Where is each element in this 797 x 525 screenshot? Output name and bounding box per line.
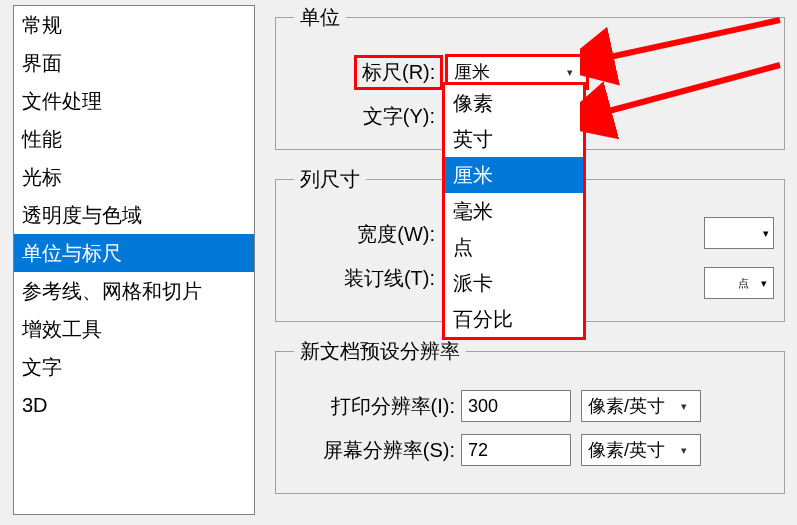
- print-resolution-label: 打印分辨率(I):: [286, 393, 461, 420]
- sidebar-item-performance[interactable]: 性能: [14, 120, 254, 158]
- chevron-down-icon: ▾: [558, 57, 582, 87]
- sidebar-item-general[interactable]: 常规: [14, 6, 254, 44]
- preferences-sidebar: 常规 界面 文件处理 性能 光标 透明度与色域 单位与标尺 参考线、网格和切片 …: [13, 5, 255, 515]
- ruler-label: 标尺(R):: [356, 57, 441, 88]
- sidebar-item-file-handling[interactable]: 文件处理: [14, 82, 254, 120]
- units-legend: 单位: [294, 4, 346, 31]
- column-width-label: 宽度(W):: [286, 221, 441, 248]
- column-size-legend: 列尺寸: [294, 166, 366, 193]
- sidebar-item-type[interactable]: 文字: [14, 348, 254, 386]
- chevron-down-icon: ▾: [672, 435, 696, 465]
- dropdown-option-mm[interactable]: 毫米: [445, 193, 583, 229]
- new-doc-resolution-group: 新文档预设分辨率 打印分辨率(I): 300 像素/英寸 ▾ 屏幕分辨率(S):…: [275, 338, 785, 494]
- gutter-unit-select[interactable]: 点 ▾: [704, 267, 774, 299]
- gutter-label: 装订线(T):: [286, 265, 441, 292]
- ruler-units-value: 厘米: [454, 60, 490, 84]
- text-units-label: 文字(Y):: [286, 103, 441, 130]
- sidebar-item-interface[interactable]: 界面: [14, 44, 254, 82]
- print-resolution-unit-select[interactable]: 像素/英寸 ▾: [581, 390, 701, 422]
- dropdown-option-pixels[interactable]: 像素: [445, 85, 583, 121]
- dropdown-option-inches[interactable]: 英寸: [445, 121, 583, 157]
- screen-unit-value: 像素/英寸: [588, 438, 665, 462]
- screen-resolution-unit-select[interactable]: 像素/英寸 ▾: [581, 434, 701, 466]
- screen-resolution-input[interactable]: 72: [461, 434, 571, 466]
- new-doc-legend: 新文档预设分辨率: [294, 338, 466, 365]
- print-unit-value: 像素/英寸: [588, 394, 665, 418]
- screen-resolution-value: 72: [468, 440, 488, 461]
- chevron-down-icon: ▾: [763, 227, 769, 240]
- print-resolution-value: 300: [468, 396, 498, 417]
- sidebar-item-transparency[interactable]: 透明度与色域: [14, 196, 254, 234]
- sidebar-item-3d[interactable]: 3D: [14, 386, 254, 424]
- dropdown-option-picas[interactable]: 派卡: [445, 265, 583, 301]
- sidebar-item-guides-grid[interactable]: 参考线、网格和切片: [14, 272, 254, 310]
- column-width-unit-select[interactable]: ▾: [704, 217, 774, 249]
- screen-resolution-label: 屏幕分辨率(S):: [286, 437, 461, 464]
- dropdown-option-cm[interactable]: 厘米: [445, 157, 583, 193]
- ruler-units-dropdown: 像素 英寸 厘米 毫米 点 派卡 百分比: [444, 84, 584, 338]
- sidebar-item-units-rulers[interactable]: 单位与标尺: [14, 234, 254, 272]
- print-resolution-input[interactable]: 300: [461, 390, 571, 422]
- chevron-down-icon: ▾: [672, 391, 696, 421]
- dropdown-option-percent[interactable]: 百分比: [445, 301, 583, 337]
- dropdown-option-points[interactable]: 点: [445, 229, 583, 265]
- sidebar-item-cursors[interactable]: 光标: [14, 158, 254, 196]
- chevron-down-icon: ▾: [761, 277, 767, 290]
- sidebar-item-plugins[interactable]: 增效工具: [14, 310, 254, 348]
